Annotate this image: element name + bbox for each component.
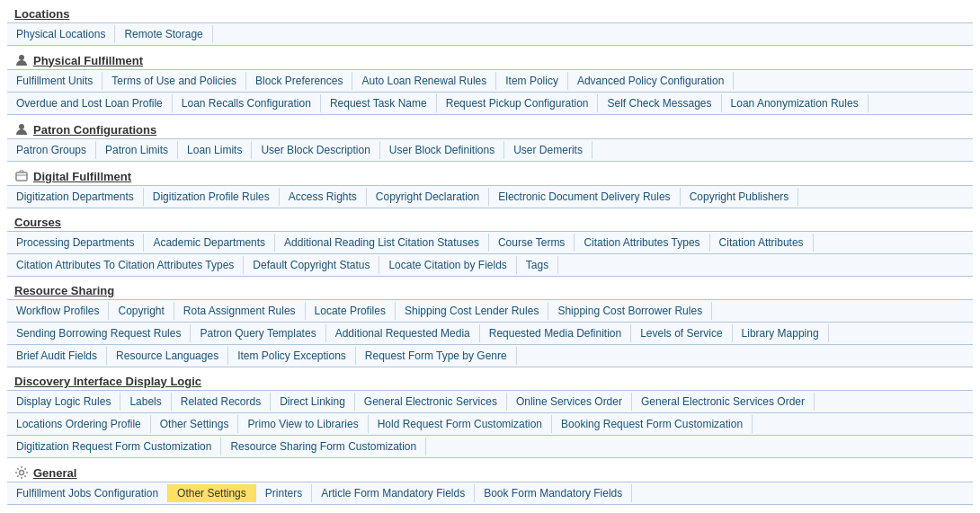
section-patron-configurations: Patron ConfigurationsPatron GroupsPatron… (7, 119, 973, 162)
nav-item[interactable]: Loan Anonymization Rules (722, 94, 869, 112)
nav-row-physical-fulfillment: Overdue and Lost Loan ProfileLoan Recall… (7, 93, 973, 115)
nav-item[interactable]: Loan Recalls Configuration (173, 94, 321, 112)
section-physical-fulfillment: Physical FulfillmentFulfillment UnitsTer… (7, 49, 973, 115)
nav-item[interactable]: Additional Requested Media (326, 324, 480, 342)
nav-item[interactable]: Remote Storage (115, 25, 212, 43)
page-wrapper: LocationsPhysical LocationsRemote Storag… (0, 0, 980, 512)
nav-item[interactable]: Locate Citation by Fields (379, 256, 516, 274)
section-resource-sharing: Resource SharingWorkflow ProfilesCopyrig… (7, 280, 973, 367)
nav-item[interactable]: Booking Request Form Customization (552, 415, 753, 433)
nav-item[interactable]: Book Form Mandatory Fields (475, 484, 632, 502)
nav-item[interactable]: Request Task Name (321, 94, 437, 112)
nav-item[interactable]: Fulfillment Units (7, 72, 102, 90)
nav-row-resource-sharing: Workflow ProfilesCopyrightRota Assignmen… (7, 299, 973, 323)
nav-item[interactable]: Levels of Service (631, 324, 732, 342)
nav-row-physical-fulfillment: Fulfillment UnitsTerms of Use and Polici… (7, 69, 973, 93)
nav-item[interactable]: Physical Locations (7, 25, 115, 43)
nav-item[interactable]: Direct Linking (271, 393, 355, 411)
nav-item[interactable]: General Electronic Services Order (632, 393, 815, 411)
person-icon (14, 122, 29, 137)
nav-item[interactable]: Resource Sharing Form Customization (221, 438, 426, 456)
section-title-digital-fulfillment: Digital Fulfillment (33, 170, 131, 183)
nav-row-discovery-interface: Display Logic RulesLabelsRelated Records… (7, 390, 973, 413)
section-title-general: General (33, 466, 76, 480)
nav-item[interactable]: Additional Reading List Citation Statuse… (275, 234, 489, 252)
nav-item[interactable]: Item Policy (496, 72, 568, 90)
nav-item[interactable]: Default Copyright Status (244, 256, 379, 274)
nav-item[interactable]: Citation Attributes (710, 234, 814, 252)
svg-point-3 (20, 471, 24, 475)
nav-item[interactable]: Digitization Request Form Customization (7, 438, 221, 456)
section-title-physical-fulfillment: Physical Fulfillment (33, 54, 143, 67)
nav-item[interactable]: General Electronic Services (355, 393, 507, 411)
nav-item[interactable]: Fulfillment Jobs Configuration (7, 484, 168, 502)
nav-row-resource-sharing: Brief Audit FieldsResource LanguagesItem… (7, 345, 973, 367)
nav-item[interactable]: Citation Attributes To Citation Attribut… (7, 256, 244, 274)
nav-item[interactable]: Shipping Cost Borrower Rules (548, 302, 712, 320)
nav-item[interactable]: Brief Audit Fields (7, 347, 107, 365)
section-title-locations: Locations (14, 7, 69, 21)
nav-item[interactable]: User Block Description (252, 141, 379, 159)
svg-point-0 (19, 55, 24, 60)
nav-item[interactable]: Rota Assignment Rules (174, 302, 306, 320)
nav-item[interactable]: Hold Request Form Customization (369, 415, 552, 433)
nav-item[interactable]: Printers (256, 484, 312, 502)
nav-item[interactable]: Online Services Order (507, 393, 632, 411)
nav-item[interactable]: Request Pickup Configuration (437, 94, 599, 112)
nav-item[interactable]: Item Policy Exceptions (228, 347, 356, 365)
nav-row-general: Fulfillment Jobs ConfigurationOther Sett… (7, 482, 973, 505)
nav-item[interactable]: Digitization Departments (7, 188, 144, 206)
nav-row-resource-sharing: Sending Borrowing Request RulesPatron Qu… (7, 323, 973, 345)
nav-item[interactable]: Overdue and Lost Loan Profile (7, 94, 173, 112)
nav-item[interactable]: Labels (120, 393, 171, 411)
nav-item[interactable]: Primo View to Libraries (238, 415, 368, 433)
nav-item[interactable]: Access Rights (280, 188, 367, 206)
section-title-discovery-interface: Discovery Interface Display Logic (14, 375, 201, 388)
nav-item[interactable]: Sending Borrowing Request Rules (7, 324, 191, 342)
nav-item[interactable]: Citation Attributes Types (575, 234, 709, 252)
nav-item[interactable]: User Demerits (504, 141, 592, 159)
nav-item[interactable]: Locations Ordering Profile (7, 415, 151, 433)
nav-item[interactable]: Terms of Use and Policies (102, 72, 246, 90)
nav-item[interactable]: Block Preferences (246, 72, 352, 90)
nav-item[interactable]: Library Mapping (733, 324, 829, 342)
nav-item[interactable]: Copyright Publishers (681, 188, 799, 206)
nav-item[interactable]: Course Terms (489, 234, 575, 252)
nav-item[interactable]: Advanced Policy Configuration (568, 72, 734, 90)
nav-row-discovery-interface: Digitization Request Form CustomizationR… (7, 436, 973, 458)
nav-item[interactable]: Patron Query Templates (191, 324, 325, 342)
nav-item[interactable]: Workflow Profiles (7, 302, 109, 320)
nav-item[interactable]: Requested Media Definition (480, 324, 631, 342)
nav-item[interactable]: Display Logic Rules (7, 393, 120, 411)
nav-item[interactable]: Article Form Mandatory Fields (312, 484, 475, 502)
nav-item[interactable]: Shipping Cost Lender Rules (396, 302, 548, 320)
nav-item[interactable]: Copyright Declaration (367, 188, 489, 206)
nav-item[interactable]: Other Settings (168, 484, 256, 502)
nav-row-patron-configurations: Patron GroupsPatron LimitsLoan LimitsUse… (7, 138, 973, 162)
section-courses: CoursesProcessing DepartmentsAcademic De… (7, 212, 973, 277)
nav-item[interactable]: Patron Limits (96, 141, 178, 159)
section-title-resource-sharing: Resource Sharing (14, 284, 114, 297)
nav-item[interactable]: Processing Departments (7, 234, 144, 252)
nav-item[interactable]: Locate Profiles (306, 302, 396, 320)
nav-item[interactable]: Loan Limits (178, 141, 252, 159)
nav-item[interactable]: Resource Languages (107, 347, 228, 365)
nav-item[interactable]: Tags (517, 256, 558, 274)
nav-item[interactable]: Academic Departments (144, 234, 275, 252)
section-discovery-interface: Discovery Interface Display LogicDisplay… (7, 371, 973, 458)
nav-item[interactable]: User Block Definitions (380, 141, 504, 159)
nav-item[interactable]: Related Records (172, 393, 271, 411)
nav-item[interactable]: Other Settings (151, 415, 239, 433)
person-icon (14, 53, 29, 67)
nav-item[interactable]: Digitization Profile Rules (144, 188, 280, 206)
nav-item[interactable]: Patron Groups (7, 141, 96, 159)
nav-row-locations: Physical LocationsRemote Storage (7, 22, 973, 46)
box-icon (14, 169, 29, 183)
nav-item[interactable]: Auto Loan Renewal Rules (352, 72, 496, 90)
section-title-courses: Courses (14, 216, 61, 229)
nav-item[interactable]: Self Check Messages (598, 94, 721, 112)
nav-item[interactable]: Copyright (109, 302, 174, 320)
section-digital-fulfillment: Digital FulfillmentDigitization Departme… (7, 165, 973, 208)
nav-item[interactable]: Request Form Type by Genre (356, 347, 517, 365)
nav-item[interactable]: Electronic Document Delivery Rules (489, 188, 680, 206)
